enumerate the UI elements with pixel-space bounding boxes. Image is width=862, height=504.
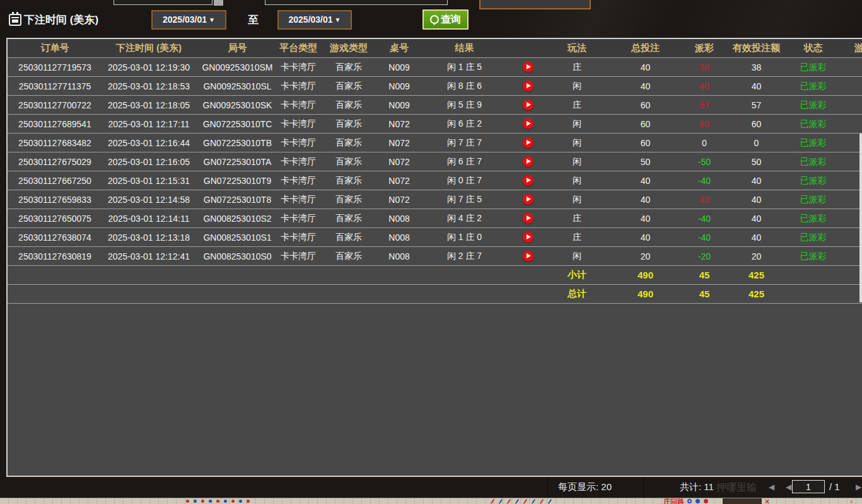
top-cutoff-input-right[interactable] (265, 0, 448, 5)
cell-payout: 0 (682, 134, 726, 152)
roadmap-circle-icon (704, 499, 708, 503)
cell-total-bet: 40 (609, 228, 682, 247)
cell-total-bet: 60 (609, 115, 682, 134)
table-row: 250301127650075 2025-03-01 12:14:11 GN00… (8, 209, 862, 228)
replay-icon[interactable] (523, 118, 533, 129)
cell-total-bet: 50 (609, 152, 682, 171)
cell-game-no: GN009253010SL (195, 77, 279, 96)
cell-game: - (840, 134, 862, 152)
cell-replay (511, 58, 545, 77)
top-cutoff-input-left[interactable] (114, 0, 213, 5)
cell-platform: 卡卡湾厅 (279, 228, 317, 247)
replay-icon[interactable] (523, 175, 533, 186)
col-header-order: 订单号 (8, 39, 102, 58)
cell-payout: 57 (682, 96, 726, 115)
cell-result: 闲 1 庄 5 (418, 58, 511, 77)
cell-table-no: N072 (380, 115, 418, 134)
cell-valid-bet: 40 (726, 171, 786, 190)
cell-game: - (840, 58, 862, 77)
to-label: 至 (248, 13, 259, 27)
col-header-time: 下注时间 (美东) (102, 39, 195, 58)
first-page-icon[interactable]: ◀ (769, 483, 774, 491)
date-to-dropdown[interactable]: 2025/03/01▼ (277, 10, 352, 30)
table-row: 250301127659833 2025-03-01 12:14:58 GN07… (8, 190, 862, 209)
date-from-value: 2025/03/01 (163, 14, 207, 25)
top-cutoff-button[interactable] (214, 0, 223, 6)
replay-icon[interactable] (523, 156, 533, 167)
replay-icon[interactable] (523, 213, 533, 224)
subtotal-total-bet: 490 (609, 266, 682, 285)
cell-game-no: GN008253010S0 (195, 247, 279, 266)
cell-valid-bet: 40 (726, 190, 786, 209)
cell-game: - (840, 228, 862, 247)
cell-status: 已派彩 (786, 171, 840, 190)
cell-game-no: GN072253010T8 (195, 190, 279, 209)
total-total-bet: 490 (609, 285, 682, 304)
cell-valid-bet: 60 (726, 115, 786, 134)
cell-time: 2025-03-01 12:12:41 (102, 247, 195, 266)
cell-replay (511, 134, 545, 152)
cell-result: 闲 1 庄 0 (418, 228, 511, 247)
cell-order: 250301127630819 (8, 247, 102, 266)
table-body: 250301127719573 2025-03-01 12:19:30 GN00… (8, 58, 862, 304)
table-row: 250301127711375 2025-03-01 12:18:53 GN00… (8, 77, 862, 96)
replay-icon[interactable] (523, 251, 533, 261)
roadmap-circle-icon (687, 499, 692, 503)
cell-table-no: N072 (380, 134, 418, 152)
replay-icon[interactable] (523, 100, 533, 110)
cell-result: 闲 4 庄 2 (418, 209, 511, 228)
cell-game-no: GN072253010T9 (195, 171, 279, 190)
cell-time: 2025-03-01 12:14:11 (102, 209, 195, 228)
date-from-dropdown[interactable]: 2025/03/01▼ (151, 10, 226, 30)
cell-game: - (840, 152, 862, 171)
col-header-platform: 平台类型 (279, 39, 317, 58)
query-button-label: 查询 (441, 13, 461, 26)
cell-status: 已派彩 (786, 96, 840, 115)
cell-platform: 卡卡湾厅 (279, 247, 317, 266)
scrollbar-thumb[interactable] (859, 134, 862, 302)
cell-status: 已派彩 (786, 247, 840, 266)
cell-game-type: 百家乐 (317, 190, 380, 209)
cell-status: 已派彩 (786, 190, 840, 209)
page-number-input[interactable] (792, 480, 825, 493)
cell-total-bet: 40 (609, 77, 682, 96)
next-page-icon[interactable]: ▶ (856, 483, 861, 491)
top-cutoff-dropdown[interactable] (479, 0, 591, 9)
red-mark: ✕ (764, 498, 770, 504)
replay-icon[interactable] (523, 232, 533, 243)
cell-game-type: 百家乐 (317, 115, 380, 134)
replay-icon[interactable] (523, 194, 533, 205)
cell-game-type: 百家乐 (317, 228, 380, 247)
cell-payout: -50 (682, 152, 726, 171)
col-header-table-no: 桌号 (380, 39, 418, 58)
cell-platform: 卡卡湾厅 (279, 152, 317, 171)
cell-game-no: GN009253010SK (195, 96, 279, 115)
red-mark: ♀ (849, 498, 854, 504)
bet-time-label: 下注时间 (美东) (24, 13, 98, 27)
cell-platform: 卡卡湾厅 (279, 58, 317, 77)
date-to-value: 2025/03/01 (289, 14, 333, 25)
cell-order: 250301127683482 (8, 134, 102, 152)
replay-icon[interactable] (523, 81, 533, 91)
cell-game: - (840, 77, 862, 96)
replay-icon[interactable] (523, 62, 533, 72)
cell-platform: 卡卡湾厅 (279, 209, 317, 228)
cell-table-no: N008 (380, 209, 418, 228)
cell-result: 闲 6 庄 2 (418, 115, 511, 134)
cell-playtype: 闲 (545, 115, 609, 134)
cell-total-bet: 40 (609, 209, 682, 228)
total-count-label: 共计: 11 (680, 481, 714, 493)
cell-platform: 卡卡湾厅 (279, 171, 317, 190)
prev-page-icon[interactable]: ◀ (786, 483, 791, 491)
cell-playtype: 庄 (545, 96, 609, 115)
page-size-label: 每页显示: 20 (558, 481, 612, 493)
cell-time: 2025-03-01 12:13:18 (102, 228, 195, 247)
cell-valid-bet: 40 (726, 228, 786, 247)
col-header-result: 结果 (418, 39, 511, 58)
cell-game-type: 百家乐 (317, 77, 380, 96)
cell-replay (511, 115, 545, 134)
replay-icon[interactable] (523, 137, 533, 148)
cell-table-no: N072 (380, 152, 418, 171)
query-button[interactable]: 查询 (422, 9, 469, 30)
cell-valid-bet: 38 (726, 58, 786, 77)
